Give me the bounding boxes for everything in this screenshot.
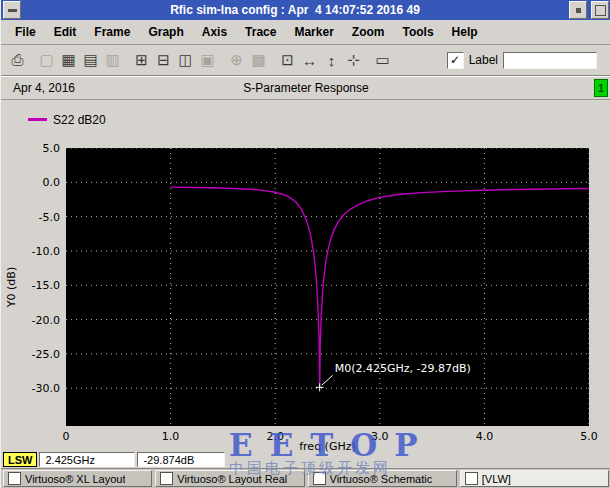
- subwindow-number-badge[interactable]: 1: [594, 79, 608, 97]
- svg-text:Y0 (dB): Y0 (dB): [5, 267, 18, 308]
- waveform-window: Rfic sim-lna config : Apr 4 14:07:52 201…: [0, 0, 610, 488]
- taskbar-window-0[interactable]: Virtuoso® XL Layout: [3, 470, 152, 487]
- grid-toggle-icon[interactable]: ▦: [58, 50, 79, 71]
- zoom-y-icon[interactable]: ↕: [321, 50, 342, 71]
- taskbar-window-3[interactable]: [VLW]: [460, 470, 609, 487]
- taskbar-window-checkbox[interactable]: [160, 472, 173, 485]
- legend-swatch[interactable]: [28, 118, 47, 121]
- taskbar-window-checkbox[interactable]: [8, 472, 21, 485]
- print-icon[interactable]: ⎙: [7, 50, 28, 71]
- svg-text:-25.0: -25.0: [32, 348, 60, 361]
- redraw-icon[interactable]: ▭: [372, 50, 393, 71]
- taskbar-window-1[interactable]: Virtuoso® Layout Real: [155, 470, 304, 487]
- taskbar-window-2[interactable]: Virtuoso® Schematic: [308, 470, 457, 487]
- svg-text:5.0: 5.0: [43, 142, 61, 155]
- graph-date: Apr 4, 2016: [13, 81, 75, 95]
- strip-chart-icon[interactable]: ▤: [80, 50, 101, 71]
- log-grid-icon: ▩: [248, 50, 269, 71]
- svg-text:5.0: 5.0: [580, 430, 598, 443]
- menu-tools[interactable]: Tools: [393, 22, 442, 42]
- snapshot-icon: ▢: [36, 50, 57, 71]
- label-group: ✓ Label: [447, 52, 597, 69]
- pan-icon[interactable]: ⊹: [343, 50, 364, 71]
- svg-text:2.0: 2.0: [266, 430, 284, 443]
- menu-help[interactable]: Help: [443, 22, 487, 42]
- label-checkbox[interactable]: ✓: [447, 52, 464, 69]
- label-input[interactable]: [503, 52, 597, 69]
- taskbar: Virtuoso® XL LayoutVirtuoso® Layout Real…: [1, 468, 610, 488]
- taskbar-window-checkbox[interactable]: [465, 472, 478, 485]
- status-mode-badge[interactable]: LSW: [3, 452, 37, 467]
- menu-axis[interactable]: Axis: [193, 22, 236, 42]
- label-checkbox-text: Label: [469, 53, 498, 67]
- title-bar[interactable]: Rfic sim-lna config : Apr 4 14:07:52 201…: [1, 0, 610, 20]
- svg-text:0.0: 0.0: [43, 176, 61, 189]
- menu-bar: FileEditFrameGraphAxisTraceMarkerZoomToo…: [1, 20, 610, 45]
- overlay-mode-icon: ▥: [102, 50, 123, 71]
- taskbar-window-label: Virtuoso® XL Layout: [25, 473, 125, 485]
- menu-marker[interactable]: Marker: [285, 22, 342, 42]
- menu-trace[interactable]: Trace: [236, 22, 285, 42]
- menu-frame[interactable]: Frame: [85, 22, 139, 42]
- graph-header: S-Parameter Response Apr 4, 2016 1: [1, 76, 610, 100]
- toolbar: ⎙▢▦▤▥⊞⊟◫▣⊕▩⊡↔↕⊹▭ ✓ Label: [1, 45, 610, 76]
- taskbar-window-label: Virtuoso® Schematic: [330, 473, 433, 485]
- split-window-icon[interactable]: ◫: [175, 50, 196, 71]
- minimize-button[interactable]: [569, 1, 587, 19]
- marker-x-field[interactable]: 2.425GHz: [39, 452, 135, 467]
- taskbar-window-label: [VLW]: [482, 473, 511, 485]
- menu-file[interactable]: File: [6, 22, 45, 42]
- svg-text:-10.0: -10.0: [32, 245, 60, 258]
- legend-label[interactable]: S22 dB20: [53, 113, 106, 127]
- delete-subwindow-icon[interactable]: ⊟: [153, 50, 174, 71]
- maximize-icon: [595, 5, 606, 16]
- minimize-icon: [576, 8, 581, 13]
- zoom-x-icon[interactable]: ↔: [299, 50, 320, 71]
- svg-text:0: 0: [63, 430, 70, 443]
- window-title: Rfic sim-lna config : Apr 4 14:07:52 201…: [23, 3, 567, 17]
- svg-text:1.0: 1.0: [162, 430, 180, 443]
- menu-zoom[interactable]: Zoom: [343, 22, 394, 42]
- svg-text:3.0: 3.0: [371, 430, 389, 443]
- taskbar-window-label: Virtuoso® Layout Real: [177, 473, 287, 485]
- svg-text:-15.0: -15.0: [32, 279, 60, 292]
- svg-text:-5.0: -5.0: [39, 211, 60, 224]
- svg-text:-30.0: -30.0: [32, 382, 60, 395]
- smith-grid-icon: ⊕: [226, 50, 247, 71]
- sparam-plot[interactable]: 01.02.03.04.05.05.00.0-5.0-10.0-15.0-20.…: [1, 140, 610, 452]
- maximize-button[interactable]: [591, 1, 609, 19]
- taskbar-window-checkbox[interactable]: [313, 472, 326, 485]
- combine-window-icon: ▣: [197, 50, 218, 71]
- status-row: LSW 2.425GHz -29.874dB: [3, 451, 225, 468]
- graph-title: S-Parameter Response: [1, 81, 610, 95]
- zoom-fit-icon[interactable]: ⊡: [277, 50, 298, 71]
- window-menu-icon: [8, 9, 17, 12]
- svg-text:freq (GHz): freq (GHz): [299, 440, 356, 452]
- toolbar-icons: ⎙▢▦▤▥⊞⊟◫▣⊕▩⊡↔↕⊹▭: [7, 50, 394, 71]
- menu-edit[interactable]: Edit: [45, 22, 86, 42]
- window-menu-button[interactable]: [3, 1, 21, 19]
- menu-graph[interactable]: Graph: [139, 22, 192, 42]
- new-subwindow-icon[interactable]: ⊞: [131, 50, 152, 71]
- svg-text:-20.0: -20.0: [32, 314, 60, 327]
- svg-text:4.0: 4.0: [476, 430, 494, 443]
- marker-y-field[interactable]: -29.874dB: [137, 452, 225, 467]
- svg-text:M0(2.425GHz, -29.87dB): M0(2.425GHz, -29.87dB): [335, 362, 471, 375]
